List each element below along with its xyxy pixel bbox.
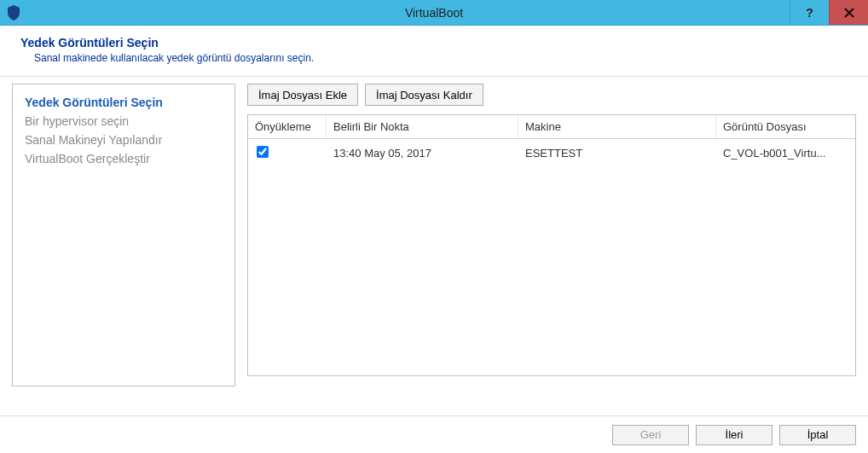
close-button[interactable] (829, 0, 868, 25)
grid-header: Önyükleme Belirli Bir Nokta Makine Görün… (248, 115, 855, 139)
wizard-header: Yedek Görüntüleri Seçin Sanal makinede k… (0, 26, 868, 77)
table-row[interactable]: 13:40 May 05, 2017 ESETTEST C_VOL-b001_V… (248, 139, 855, 167)
wizard-main: İmaj Dosyası Ekle İmaj Dosyası Kaldır Ön… (247, 84, 856, 386)
add-image-button[interactable]: İmaj Dosyası Ekle (247, 84, 358, 106)
page-subtitle: Sanal makinede kullanılacak yedek görünt… (34, 52, 851, 64)
remove-image-button[interactable]: İmaj Dosyası Kaldır (365, 84, 483, 106)
toolbar: İmaj Dosyası Ekle İmaj Dosyası Kaldır (247, 84, 856, 106)
cell-machine: ESETTEST (518, 143, 716, 163)
wizard-steps-sidebar: Yedek Görüntüleri Seçin Bir hypervisor s… (12, 84, 235, 386)
col-header-point[interactable]: Belirli Bir Nokta (327, 115, 518, 138)
step-configure-vm[interactable]: Sanal Makineyi Yapılandır (25, 131, 223, 149)
cell-point: 13:40 May 05, 2017 (327, 143, 518, 163)
wizard-footer: Geri İleri İptal (0, 415, 868, 453)
col-header-boot[interactable]: Önyükleme (248, 115, 327, 138)
window-controls: ? (790, 0, 868, 25)
cell-file: C_VOL-b001_Virtu... (716, 143, 855, 163)
window-title: VirtualBoot (0, 6, 868, 20)
col-header-machine[interactable]: Makine (518, 115, 716, 138)
images-grid: Önyükleme Belirli Bir Nokta Makine Görün… (247, 114, 856, 376)
page-title: Yedek Görüntüleri Seçin (20, 36, 851, 49)
step-perform-virtualboot[interactable]: VirtualBoot Gerçekleştir (25, 149, 223, 168)
title-bar: VirtualBoot ? (0, 0, 868, 26)
back-button[interactable]: Geri (612, 425, 689, 445)
cell-boot (248, 142, 327, 164)
step-select-images[interactable]: Yedek Görüntüleri Seçin (25, 93, 223, 112)
help-button[interactable]: ? (790, 0, 829, 25)
col-header-file[interactable]: Görüntü Dosyası (716, 115, 855, 138)
step-select-hypervisor[interactable]: Bir hypervisor seçin (25, 112, 223, 131)
boot-checkbox[interactable] (257, 146, 269, 158)
shield-icon (7, 5, 20, 20)
next-button[interactable]: İleri (696, 425, 773, 445)
cancel-button[interactable]: İptal (779, 425, 856, 445)
